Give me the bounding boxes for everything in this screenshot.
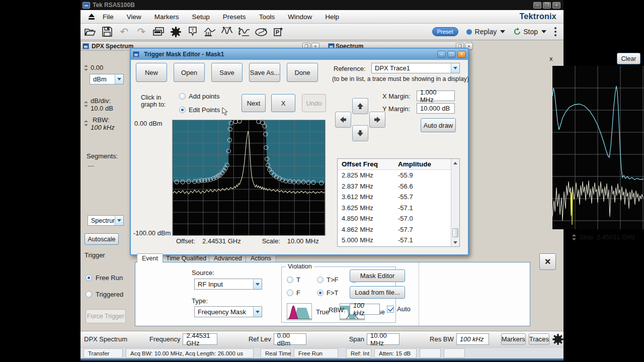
table-row[interactable]: 4.862 MHz-57.7 bbox=[338, 224, 459, 235]
unit-dropdown-icon[interactable] bbox=[115, 74, 123, 84]
stop-freq-value[interactable]: 2.45031 GHz bbox=[597, 233, 635, 241]
ref-level-spinner[interactable] bbox=[84, 65, 88, 71]
force-trigger-button[interactable]: Force Trigger bbox=[86, 309, 126, 323]
rbw-auto-checkbox[interactable] bbox=[387, 306, 394, 313]
close-icon[interactable]: × bbox=[552, 2, 560, 9]
violation-t-radio[interactable] bbox=[287, 277, 293, 283]
dialog-maximize-icon[interactable]: □ bbox=[447, 51, 456, 58]
scroll-thumb[interactable] bbox=[452, 228, 458, 237]
save-button[interactable]: Save bbox=[211, 63, 243, 82]
mask-editor-graph[interactable] bbox=[172, 120, 326, 236]
settings-gear-icon[interactable] bbox=[168, 25, 183, 38]
pan-left-button[interactable] bbox=[335, 112, 351, 128]
analysis-n-icon[interactable]: N bbox=[254, 25, 269, 38]
delete-point-button[interactable]: X bbox=[271, 94, 295, 112]
displays-icon[interactable] bbox=[151, 25, 166, 38]
amplitude-time-icon[interactable] bbox=[236, 25, 252, 38]
dialog-title-bar[interactable]: Trigger Mask Editor - Mask1 – □ × bbox=[131, 49, 468, 60]
menu-presets[interactable]: Presets bbox=[223, 13, 246, 21]
db-div-value[interactable]: 10.0 dB bbox=[91, 105, 113, 112]
reference-dropdown[interactable]: DPX Trace1 bbox=[371, 63, 460, 73]
stop-button[interactable]: Stop bbox=[523, 28, 538, 36]
menu-help[interactable]: Help bbox=[325, 13, 339, 21]
done-button[interactable]: Done bbox=[287, 63, 318, 82]
table-row[interactable]: 3.625 MHz-57.1 bbox=[338, 203, 459, 214]
replay-button[interactable]: Replay bbox=[475, 28, 497, 36]
table-row[interactable]: 2.837 MHz-56.6 bbox=[338, 181, 459, 192]
table-row[interactable]: 2.825 MHz-55.9 bbox=[338, 170, 459, 181]
triggered-radio[interactable] bbox=[86, 291, 92, 298]
ref-level-value[interactable]: 0.00 bbox=[91, 64, 103, 71]
table-scrollbar[interactable] bbox=[451, 159, 459, 246]
save-icon[interactable] bbox=[100, 25, 115, 38]
edit-points-radio[interactable] bbox=[179, 107, 186, 113]
load-from-file-button[interactable]: Load from file... bbox=[350, 286, 405, 299]
frequency-field[interactable]: 2.44531 GHz bbox=[183, 333, 217, 345]
marker-tag-icon[interactable]: T bbox=[185, 25, 200, 38]
source-dropdown-icon[interactable] bbox=[253, 279, 262, 289]
tab-event[interactable]: Event bbox=[137, 253, 163, 262]
reference-dropdown-icon[interactable] bbox=[451, 63, 459, 73]
rbw-value[interactable]: 100 kHz bbox=[91, 124, 115, 131]
res-bw-field[interactable]: 100 kHz bbox=[456, 333, 489, 345]
dpx-spectrum-icon[interactable] bbox=[202, 25, 217, 38]
time-overview-icon[interactable] bbox=[219, 25, 234, 38]
ref-lev-field[interactable]: 0.00 dBm bbox=[274, 333, 306, 345]
violation-f-radio[interactable] bbox=[287, 290, 293, 296]
preset-button[interactable]: Preset bbox=[432, 27, 458, 36]
table-row[interactable]: 3.612 MHz-55.7 bbox=[338, 192, 459, 203]
auto-draw-button[interactable]: Auto draw bbox=[421, 118, 456, 132]
menu-view[interactable]: View bbox=[127, 13, 141, 21]
traces-button[interactable]: Traces bbox=[529, 333, 549, 345]
eject-icon[interactable] bbox=[88, 14, 96, 20]
menu-markers[interactable]: Markers bbox=[154, 13, 179, 21]
trigger-rbw-field[interactable]: 100 kHz bbox=[350, 304, 380, 315]
clear-button[interactable]: Clear bbox=[617, 53, 640, 64]
dialog-minimize-icon[interactable]: – bbox=[437, 51, 446, 58]
unit-dropdown[interactable]: dBm bbox=[90, 74, 124, 84]
menu-window[interactable]: Window bbox=[288, 13, 312, 21]
undo-icon[interactable]: ↶ bbox=[117, 25, 132, 38]
span-field[interactable]: 10.00 MHz bbox=[367, 333, 399, 345]
x-margin-field[interactable]: 1.000 MHz bbox=[417, 90, 455, 101]
more-options-icon[interactable] bbox=[554, 27, 556, 36]
open-button[interactable]: Open bbox=[174, 63, 205, 82]
open-folder-icon[interactable] bbox=[83, 25, 98, 38]
scroll-down-icon[interactable] bbox=[452, 239, 459, 246]
source-dropdown[interactable]: RF Input bbox=[194, 279, 262, 290]
mask-editor-button[interactable]: Mask Editor bbox=[350, 269, 405, 282]
violation-ft-radio[interactable] bbox=[317, 290, 324, 296]
restore-icon[interactable]: ❐ bbox=[543, 2, 551, 9]
col-amplitude[interactable]: Amplitude bbox=[397, 160, 459, 168]
y-margin-field[interactable]: 10.000 dB bbox=[417, 103, 455, 114]
live-spectrum-plot[interactable] bbox=[552, 66, 644, 229]
minimize-icon[interactable]: – bbox=[533, 2, 541, 9]
menu-tools[interactable]: Tools bbox=[259, 13, 275, 21]
markers-button[interactable]: Markers bbox=[501, 333, 526, 345]
replay-dropdown-icon[interactable] bbox=[500, 30, 505, 33]
stop-dropdown-icon[interactable] bbox=[541, 30, 546, 33]
type-dropdown-icon[interactable] bbox=[253, 307, 262, 317]
table-row[interactable]: 4.850 MHz-57.0 bbox=[338, 213, 459, 224]
autoscale-button[interactable]: Autoscale bbox=[85, 233, 119, 245]
trigger-panel-close-button[interactable]: × bbox=[539, 253, 556, 270]
redo-icon[interactable]: ↷ bbox=[134, 25, 149, 38]
col-offset-freq[interactable]: Offset Freq bbox=[338, 160, 397, 168]
presets-p-icon[interactable]: P bbox=[271, 25, 286, 38]
add-points-radio[interactable] bbox=[179, 93, 186, 100]
stop-freq-spinner[interactable] bbox=[572, 234, 576, 240]
menu-setup[interactable]: Setup bbox=[192, 13, 210, 21]
display-dropdown-icon[interactable] bbox=[115, 216, 123, 225]
type-dropdown[interactable]: Frequency Mask bbox=[194, 306, 262, 317]
rbw-spinner[interactable] bbox=[84, 120, 88, 126]
new-button[interactable]: New bbox=[136, 63, 167, 82]
table-row[interactable]: 5.000 MHz-57.1 bbox=[338, 235, 459, 246]
pan-right-button[interactable] bbox=[369, 112, 385, 128]
dialog-close-icon[interactable]: × bbox=[457, 51, 466, 58]
bottombar-gear-icon[interactable] bbox=[552, 334, 564, 345]
undo-button[interactable]: Undo bbox=[302, 94, 326, 112]
violation-tf-radio[interactable] bbox=[317, 277, 324, 283]
db-div-spinner[interactable] bbox=[84, 101, 88, 107]
pan-up-button[interactable] bbox=[352, 98, 368, 114]
next-button[interactable]: Next bbox=[242, 94, 266, 112]
